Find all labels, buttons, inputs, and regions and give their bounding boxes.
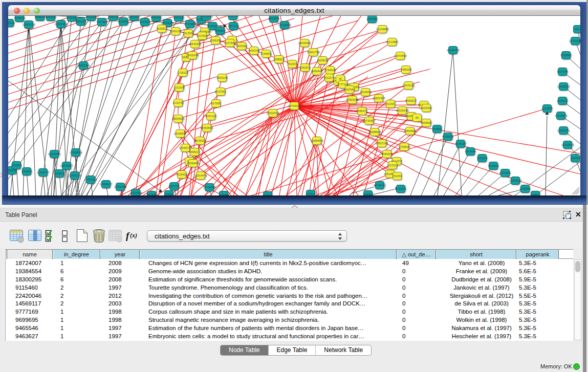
- svg-text:10973493: 10973493: [394, 54, 406, 57]
- svg-text:1010755: 1010755: [172, 101, 183, 104]
- svg-text:7485063: 7485063: [400, 68, 411, 71]
- svg-text:14136141: 14136141: [374, 184, 386, 187]
- svg-text:8813054: 8813054: [227, 16, 238, 17]
- svg-text:15751074: 15751074: [569, 39, 580, 42]
- svg-text:18807249: 18807249: [376, 142, 388, 145]
- svg-text:8813054: 8813054: [268, 17, 279, 20]
- svg-text:1527602: 1527602: [139, 20, 150, 24]
- svg-text:9150926: 9150926: [14, 16, 25, 19]
- svg-text:2933114: 2933114: [476, 157, 487, 160]
- svg-text:17957253: 17957253: [84, 178, 97, 181]
- svg-text:1905814: 1905814: [34, 16, 45, 18]
- svg-text:137617: 137617: [306, 192, 315, 195]
- svg-text:18724007: 18724007: [288, 104, 300, 107]
- svg-text:84: 84: [416, 116, 419, 119]
- svg-text:8471626: 8471626: [499, 171, 510, 174]
- svg-text:12093872: 12093872: [557, 85, 570, 88]
- svg-text:12213967: 12213967: [386, 40, 398, 43]
- svg-text:6497568: 6497568: [344, 88, 355, 91]
- svg-text:7932621: 7932621: [488, 164, 498, 167]
- svg-text:15720407: 15720407: [363, 119, 375, 122]
- svg-text:14055724: 14055724: [23, 23, 35, 26]
- svg-text:2087682: 2087682: [366, 17, 377, 20]
- svg-text:3498222: 3498222: [189, 150, 200, 154]
- svg-text:7955812: 7955812: [317, 59, 328, 62]
- svg-text:6794028: 6794028: [324, 69, 335, 72]
- svg-text:7663822: 7663822: [156, 27, 167, 30]
- svg-text:8678332: 8678332: [194, 139, 205, 142]
- svg-text:9327503: 9327503: [197, 34, 207, 37]
- svg-text:12353594: 12353594: [201, 126, 213, 129]
- svg-text:45: 45: [339, 77, 342, 80]
- svg-text:11121: 11121: [574, 28, 580, 31]
- svg-text:19654923: 19654923: [172, 117, 184, 120]
- svg-text:12975115: 12975115: [402, 84, 415, 87]
- svg-text:7625402: 7625402: [176, 173, 187, 176]
- svg-text:16648784: 16648784: [447, 49, 459, 52]
- svg-text:20364436: 20364436: [346, 98, 358, 101]
- svg-text:10958107: 10958107: [100, 183, 112, 186]
- svg-text:8990448: 8990448: [311, 70, 322, 73]
- svg-text:1156819: 1156819: [21, 170, 32, 173]
- svg-text:9474444: 9474444: [465, 150, 475, 153]
- svg-text:9657791: 9657791: [168, 185, 179, 188]
- svg-text:17359934: 17359934: [70, 151, 82, 154]
- svg-text:10654112: 10654112: [509, 179, 521, 182]
- svg-text:92450: 92450: [531, 193, 539, 195]
- svg-text:7663822: 7663822: [214, 29, 225, 32]
- svg-text:3215958: 3215958: [541, 107, 552, 110]
- svg-text:982450: 982450: [147, 193, 156, 195]
- svg-text:7357224: 7357224: [228, 25, 238, 28]
- svg-text:16713355: 16713355: [184, 23, 196, 26]
- svg-text:2718126: 2718126: [177, 71, 188, 74]
- svg-text:16782759: 16782759: [114, 185, 126, 188]
- svg-text:10975857: 10975857: [60, 164, 73, 167]
- svg-text:16154808: 16154808: [376, 28, 388, 31]
- svg-text:8128961: 8128961: [118, 20, 128, 23]
- svg-text:252254: 252254: [393, 174, 402, 178]
- svg-text:14099469: 14099469: [187, 162, 199, 165]
- svg-text:2096724: 2096724: [107, 16, 118, 18]
- svg-text:10688609: 10688609: [368, 130, 381, 134]
- svg-text:1244415: 1244415: [557, 99, 568, 102]
- svg-text:7886372: 7886372: [356, 110, 367, 113]
- svg-text:9884067: 9884067: [381, 152, 392, 156]
- svg-text:6466160: 6466160: [150, 16, 161, 19]
- svg-text:62160: 62160: [386, 102, 394, 105]
- svg-text:19654923: 19654923: [404, 129, 416, 133]
- svg-text:2526169: 2526169: [8, 21, 15, 25]
- svg-text:12323446: 12323446: [129, 191, 142, 194]
- svg-text:114519: 114519: [55, 172, 64, 175]
- svg-text:164095: 164095: [432, 127, 442, 130]
- svg-text:1621072: 1621072: [323, 76, 334, 79]
- svg-text:16046736: 16046736: [179, 146, 191, 149]
- svg-text:8663105: 8663105: [75, 20, 86, 23]
- svg-text:(x): (x): [130, 232, 137, 239]
- svg-text:17016504: 17016504: [561, 143, 574, 146]
- svg-text:22420046: 22420046: [186, 54, 199, 57]
- svg-text:165082: 165082: [363, 193, 373, 195]
- svg-text:1667135: 1667135: [173, 16, 184, 19]
- svg-text:87965: 87965: [165, 193, 172, 195]
- svg-text:8660124: 8660124: [170, 30, 181, 33]
- svg-text:3824554: 3824554: [360, 91, 371, 94]
- svg-text:23053346: 23053346: [77, 64, 90, 67]
- svg-text:9146821: 9146821: [260, 52, 271, 55]
- svg-text:9756928: 9756928: [399, 145, 409, 148]
- svg-text:20206536: 20206536: [48, 152, 60, 156]
- svg-text:2967608: 2967608: [236, 45, 247, 48]
- svg-text:832203: 832203: [288, 62, 297, 65]
- svg-text:8186328: 8186328: [210, 39, 221, 42]
- svg-text:1266153: 1266153: [66, 16, 77, 19]
- svg-text:8267130: 8267130: [205, 115, 216, 118]
- svg-text:2803144: 2803144: [216, 76, 227, 79]
- svg-text:10653267: 10653267: [128, 16, 140, 18]
- svg-text:9329966: 9329966: [560, 54, 571, 57]
- svg-text:15716485: 15716485: [203, 186, 215, 189]
- svg-text:8454749: 8454749: [248, 49, 259, 52]
- svg-text:976046: 976046: [219, 193, 228, 195]
- svg-text:1221338: 1221338: [173, 86, 184, 89]
- svg-text:1733426: 1733426: [395, 187, 406, 190]
- svg-text:16033809: 16033809: [200, 16, 212, 18]
- svg-text:20691406: 20691406: [55, 23, 67, 26]
